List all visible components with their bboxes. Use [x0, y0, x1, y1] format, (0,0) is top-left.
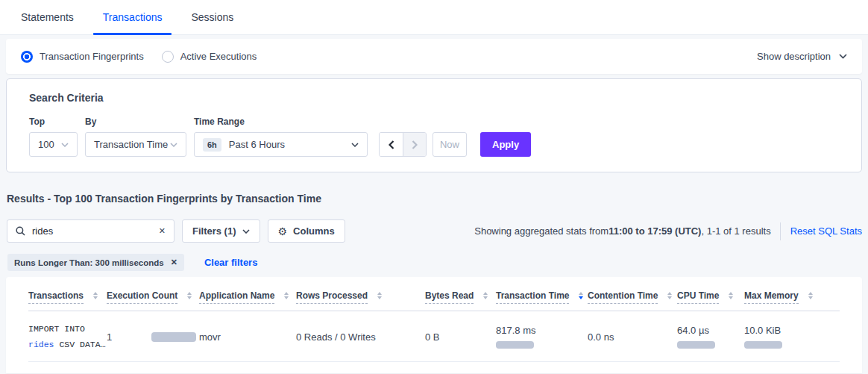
column-header-label: Bytes Read [425, 290, 474, 304]
clear-filters-link[interactable]: Clear filters [204, 257, 258, 268]
time-range-pager [379, 132, 427, 157]
filters-button[interactable]: Filters (1) [182, 219, 260, 243]
sort-icon[interactable] [667, 292, 672, 299]
show-description-label: Show description [757, 51, 831, 62]
page-tabs: Statements Transactions Sessions [0, 0, 868, 35]
max-memory-cell: 10.0 KiB [744, 325, 840, 349]
sort-desc-active-icon[interactable] [579, 292, 583, 299]
now-button[interactable]: Now [433, 132, 467, 157]
column-header-label: Transaction Time [496, 290, 569, 304]
bytes-read-cell: 0 B [425, 331, 496, 343]
stats-suffix: , 1-1 of 1 results [701, 225, 770, 237]
now-button-label: Now [440, 139, 459, 150]
column-header-contention-time[interactable]: Contention Time [588, 290, 677, 304]
by-select-value: Transaction Time [94, 139, 170, 150]
by-select[interactable]: Transaction Time [85, 132, 186, 157]
tab-transactions-label: Transactions [103, 11, 163, 23]
tab-statements[interactable]: Statements [11, 0, 84, 34]
chevron-down-icon [839, 54, 847, 59]
column-header-label: CPU Time [677, 290, 719, 304]
cpu-time-bar [677, 341, 715, 349]
time-range-field: Time Range 6h Past 6 Hours [194, 116, 368, 157]
chevron-down-icon [61, 143, 69, 147]
active-filters-row: Runs Longer Than: 300 milliseconds ✕ Cle… [7, 254, 862, 271]
top-select[interactable]: 100 [29, 132, 78, 157]
columns-button[interactable]: ⚙ Columns [268, 219, 345, 243]
search-icon [16, 226, 25, 236]
chevron-left-icon [389, 140, 394, 149]
aggregated-stats-text: Showing aggregated stats from 11:00 to 1… [474, 222, 862, 240]
column-header-application-name[interactable]: Application Name [199, 290, 296, 304]
apply-button-label: Apply [492, 139, 519, 150]
column-header-label: Execution Count [107, 290, 177, 304]
column-header-execution-count[interactable]: Execution Count [107, 290, 199, 304]
bytes-read-value: 0 B [425, 331, 496, 343]
rows-processed-cell: 0 Reads / 0 Writes [296, 331, 425, 343]
column-header-transactions[interactable]: Transactions [28, 290, 107, 304]
radio-active-executions-label: Active Executions [180, 51, 257, 62]
chevron-down-icon [170, 143, 177, 147]
column-header-transaction-time[interactable]: Transaction Time [496, 290, 588, 304]
remove-filter-icon[interactable]: ✕ [171, 258, 177, 267]
column-header-rows-processed[interactable]: Rows Processed [296, 290, 425, 304]
reset-sql-stats-link[interactable]: Reset SQL Stats [790, 225, 862, 237]
cpu-time-value: 64.0 µs [677, 325, 744, 336]
tab-sessions[interactable]: Sessions [181, 0, 243, 34]
radio-transaction-fingerprints[interactable]: Transaction Fingerprints [21, 51, 144, 63]
view-toggle-strip: Transaction Fingerprints Active Executio… [6, 39, 862, 74]
column-header-label: Application Name [199, 290, 274, 304]
filter-chip: Runs Longer Than: 300 milliseconds ✕ [7, 254, 184, 271]
results-heading: Results - Top 100 Transaction Fingerprin… [7, 193, 868, 205]
sort-icon[interactable] [808, 292, 813, 299]
clear-search-icon[interactable]: ✕ [159, 226, 166, 236]
column-header-bytes-read[interactable]: Bytes Read [425, 290, 496, 304]
columns-button-label: Columns [293, 225, 335, 237]
next-range-button[interactable] [403, 133, 426, 156]
time-range-value: Past 6 Hours [229, 139, 351, 150]
execution-count-cell: 1 [107, 331, 199, 343]
cpu-time-cell: 64.0 µs [677, 325, 744, 349]
search-box: ✕ [7, 219, 174, 243]
stats-time-range: 11:00 to 17:59 (UTC) [608, 225, 701, 237]
time-range-label: Time Range [194, 116, 368, 127]
execution-count-value: 1 [107, 331, 112, 343]
transaction-time-cell: 817.8 ms [496, 325, 588, 349]
search-criteria-title: Search Criteria [29, 92, 839, 104]
column-header-max-memory[interactable]: Max Memory [744, 290, 840, 304]
table-header-row: Transactions Execution Count Application… [28, 290, 840, 311]
column-header-label: Contention Time [588, 290, 658, 304]
sort-icon[interactable] [93, 292, 98, 299]
transaction-fingerprint-link[interactable]: IMPORT INTO rides CSV DATA… [28, 321, 107, 353]
stats-prefix: Showing aggregated stats from [474, 225, 608, 237]
time-range-select[interactable]: 6h Past 6 Hours [194, 132, 368, 157]
previous-range-button[interactable] [380, 133, 403, 156]
sql-table-ident: rides [28, 340, 54, 349]
sort-icon[interactable] [284, 292, 289, 299]
top-field: Top 100 [29, 116, 78, 157]
show-description-toggle[interactable]: Show description [757, 51, 847, 62]
apply-button[interactable]: Apply [480, 132, 531, 157]
radio-transaction-fingerprints-label: Transaction Fingerprints [40, 51, 144, 62]
top-label: Top [29, 116, 78, 127]
sort-icon[interactable] [483, 292, 488, 299]
search-input[interactable] [32, 225, 152, 237]
radio-active-executions[interactable]: Active Executions [162, 51, 257, 63]
sql-line-2: rides CSV DATA… [28, 337, 107, 352]
transaction-time-value: 817.8 ms [496, 325, 588, 336]
results-controls-row: ✕ Filters (1) ⚙ Columns Showing aggregat… [7, 219, 862, 243]
table-row[interactable]: IMPORT INTO rides CSV DATA… 1 movr 0 Rea… [28, 311, 840, 362]
execution-count-bar [151, 332, 196, 342]
chevron-down-icon [351, 143, 359, 147]
by-field: By Transaction Time [85, 116, 186, 157]
tab-transactions[interactable]: Transactions [93, 0, 172, 34]
column-header-cpu-time[interactable]: CPU Time [677, 290, 744, 304]
sql-line-1: IMPORT INTO [28, 321, 107, 337]
tab-statements-label: Statements [21, 11, 74, 23]
column-header-label: Rows Processed [296, 290, 368, 304]
results-table: Transactions Execution Count Application… [6, 277, 862, 373]
sort-icon[interactable] [187, 292, 192, 299]
contention-time-value: 0.0 ns [588, 331, 677, 343]
sort-icon[interactable] [377, 292, 382, 299]
column-header-label: Transactions [28, 290, 84, 304]
sort-icon[interactable] [729, 292, 733, 299]
